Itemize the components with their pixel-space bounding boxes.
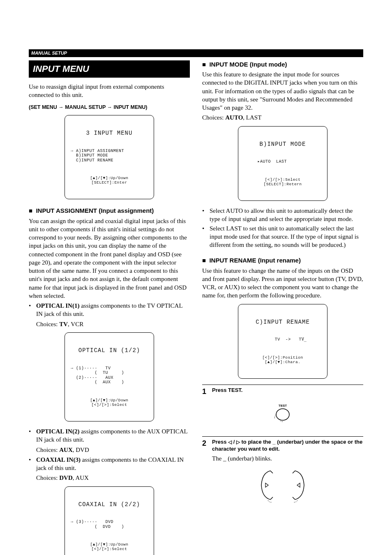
choices-optical2: Choices: AUX, DVD — [29, 446, 190, 454]
step-1: 1 Press TEST. — [202, 385, 363, 396]
lcd-body: ▸AUTO LAST — [242, 159, 324, 164]
choices-rest: , AUX — [73, 474, 89, 481]
choices-rest: , DVD — [73, 447, 89, 453]
lcd-footer: [<]/[>]:Position [▲]/[▼]:Chara. — [242, 356, 324, 365]
lcd-body: TV -> TV̲ — [242, 337, 324, 342]
lcd-footer: [▲]/[▼]:Up/Down [SELECT]:Enter — [68, 176, 150, 185]
bullet-coaxial: • COAXIAL IN(3) assigns components to th… — [29, 456, 190, 472]
test-label-text: TEST — [202, 404, 363, 408]
lcd-title: B)INPUT MODE — [242, 141, 324, 147]
lcd-footer: [▲]/[▼]:Up/Down [<]/[>]:Select — [68, 543, 150, 552]
label-coaxial: COAXIAL IN(3) — [36, 456, 81, 463]
svg-point-0 — [276, 409, 289, 420]
bullet-char: • — [202, 224, 210, 249]
bullet-auto: • Select AUTO to allow this unit to auto… — [202, 207, 363, 223]
label-optical2: OPTICAL IN(2) — [36, 428, 79, 435]
bullet-optical1: • OPTICAL IN(1) assigns components to th… — [29, 302, 190, 318]
intro-text: Use to reassign digital input from exter… — [29, 83, 190, 99]
choices-label: Choices: — [36, 447, 59, 453]
bullet-char: • — [29, 302, 36, 318]
choices-label: Choices: — [202, 114, 225, 121]
choices-bold: AUX — [59, 447, 73, 453]
choices-bold: DVD — [59, 474, 73, 481]
arrow-buttons-icon — [202, 467, 363, 506]
lcd-optical-in-1: OPTICAL IN (1/2) → (1)····· TV ( TU ) (2… — [65, 332, 154, 421]
bullet-text: Select AUTO to allow this unit to automa… — [210, 207, 363, 223]
left-arrow-icon — [228, 439, 232, 445]
lcd-title: C)INPUT RENAME — [242, 319, 324, 325]
lcd-body: → (1)····· TV ( TU ) (2)····· AUX ( AUX … — [68, 366, 150, 385]
square-bullet-icon: ■ — [202, 257, 209, 264]
choices-coaxial: Choices: DVD, AUX — [29, 474, 190, 482]
bullet-optical2: • OPTICAL IN(2) assigns components to th… — [29, 427, 190, 444]
subheading-input-mode: ■ INPUT MODE (Input mode) — [202, 60, 363, 69]
bullet-char: • — [29, 456, 36, 472]
step-2: 2 Press / to place the _ (underbar) unde… — [202, 436, 363, 463]
menu-path: (SET MENU → MANUAL SETUP → INPUT MENU) — [29, 104, 190, 111]
lcd-footer: [<]/[>]:Select [SELECT]:Retern — [242, 178, 324, 187]
left-column: INPUT MENU Use to reassign digital input… — [29, 57, 190, 555]
choices-optical1: Choices: TV, VCR — [29, 320, 190, 328]
lcd-footer: [▲]/[▼]:Up/Down [<]/[>]:Select — [68, 398, 150, 408]
subheading-text: INPUT MODE (Input mode) — [209, 61, 287, 68]
section-header: MANUAL SETUP — [29, 49, 363, 57]
svg-marker-1 — [265, 483, 268, 487]
lcd-input-mode: B)INPUT MODE ▸AUTO LAST [<]/[>]:Select [… — [238, 126, 327, 201]
choices-rest: , VCR — [68, 321, 83, 327]
subheading-input-assignment: ■ INPUT ASSIGNMENT (Input assignment) — [29, 207, 190, 215]
subheading-input-rename: ■ INPUT RENAME (Input rename) — [202, 256, 363, 265]
bullet-text: OPTICAL IN(1) assigns components to the … — [36, 302, 190, 318]
step-number: 1 — [202, 387, 212, 396]
lcd-body: → (3)····· DVD ( DVD ) — [68, 520, 150, 529]
lcd-title: OPTICAL IN (1/2) — [68, 347, 150, 354]
input-mode-body: Use this feature to designate the input … — [202, 70, 363, 112]
square-bullet-icon: ■ — [29, 207, 36, 214]
bullet-text: OPTICAL IN(2) assigns components to the … — [36, 427, 190, 444]
lcd-title: 3 INPUT MENU — [68, 130, 150, 136]
bullet-last: • Select LAST to set this unit to automa… — [202, 224, 363, 249]
right-column: ■ INPUT MODE (Input mode) Use this featu… — [202, 57, 363, 555]
right-arrow-icon — [236, 439, 240, 445]
step-body: The _ (underbar) blinks. — [212, 454, 363, 463]
step-number: 2 — [202, 438, 212, 463]
test-button-icon: TEST — [202, 401, 363, 429]
choices-bold: TV — [59, 321, 68, 327]
lcd-title: COAXIAL IN (2/2) — [68, 501, 150, 508]
input-rename-body: Use this feature to change the name of t… — [202, 267, 363, 300]
bullet-text: COAXIAL IN(3) assigns components to the … — [36, 456, 190, 472]
choices-label: Choices: — [36, 474, 59, 481]
choices-label: Choices: — [36, 321, 59, 327]
bullet-text: Select LAST to set this unit to automati… — [210, 224, 363, 249]
square-bullet-icon: ■ — [202, 61, 209, 68]
subheading-text: INPUT RENAME (Input rename) — [209, 257, 301, 264]
label-optical1: OPTICAL IN(1) — [36, 302, 79, 309]
lcd-coaxial-in: COAXIAL IN (2/2) → (3)····· DVD ( DVD ) … — [65, 486, 154, 555]
step-instruction: Press / to place the _ (underbar) under … — [212, 438, 363, 453]
bullet-char: • — [202, 207, 210, 223]
lcd-input-rename: C)INPUT RENAME TV -> TV̲ [<]/[>]:Positio… — [238, 304, 327, 379]
input-assignment-body: You can assign the optical and coaxial d… — [29, 217, 190, 300]
lcd-input-menu: 3 INPUT MENU → A)INPUT ASSIGNMENT B)INPU… — [65, 115, 154, 200]
choices-rest: , LAST — [243, 114, 261, 121]
subheading-text: INPUT ASSIGNMENT (Input assignment) — [36, 207, 154, 214]
choices-mode: Choices: AUTO, LAST — [202, 113, 363, 122]
step-instruction: Press TEST. — [212, 387, 363, 394]
choices-bold: AUTO — [225, 114, 243, 121]
lcd-body: → A)INPUT ASSIGNMENT B)INPUT MODE C)INPU… — [68, 149, 150, 163]
bullet-char: • — [29, 427, 36, 444]
page-title: INPUT MENU — [29, 60, 190, 78]
svg-marker-2 — [297, 483, 300, 487]
